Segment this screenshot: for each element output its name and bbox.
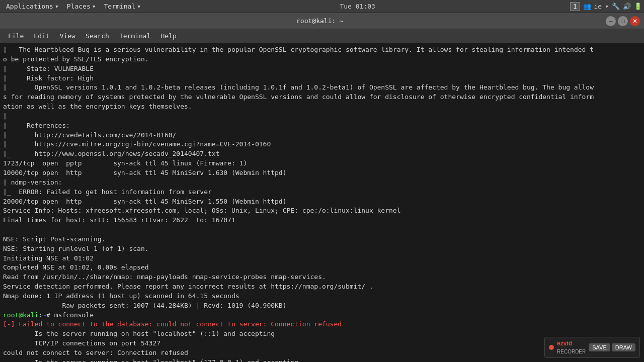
system-tray: 1 👥 ie ▾ 🔧 🔊 🔋 bbox=[570, 2, 642, 11]
minimize-button[interactable]: – bbox=[606, 16, 616, 26]
menu-edit[interactable]: Edit bbox=[29, 29, 54, 43]
record-indicator bbox=[549, 345, 554, 350]
menu-file[interactable]: File bbox=[3, 29, 29, 43]
system-clock: Tue 01:03 bbox=[145, 3, 570, 10]
term-line: | https://cve.mitre.org/cgi-bin/cvename.… bbox=[3, 140, 641, 149]
term-line: | bbox=[3, 112, 641, 121]
term-line: | http://cvedetails.com/cve/2014-0160/ bbox=[3, 131, 641, 140]
term-line: |_ ERROR: Failed to get host information… bbox=[3, 188, 641, 197]
ezvid-recorder: ezvid RECORDER SAVE DRAW bbox=[544, 337, 640, 358]
menu-search[interactable]: Search bbox=[80, 29, 114, 43]
term-line: | The Heartbleed Bug is a serious vulner… bbox=[3, 45, 641, 55]
applications-menu[interactable]: Applications ▾ bbox=[2, 0, 63, 13]
ezvid-sublabel: RECORDER bbox=[557, 348, 586, 356]
ezvid-save-button[interactable]: SAVE bbox=[589, 343, 610, 351]
term-line: Completed NSE at 01:02, 0.00s elapsed bbox=[3, 263, 641, 273]
ezvid-logo: ezvid bbox=[557, 339, 586, 348]
ezvid-draw-button[interactable]: DRAW bbox=[612, 343, 635, 351]
users-icon: 👥 bbox=[583, 3, 591, 10]
term-line: 20000/tcp open http syn-ack ttl 45 MiniS… bbox=[3, 197, 641, 207]
terminal-menu[interactable]: Terminal ▾ bbox=[100, 0, 145, 13]
term-line: | References: bbox=[3, 121, 641, 131]
term-line: ation as well as the encryption keys the… bbox=[3, 102, 641, 112]
menu-help[interactable]: Help bbox=[156, 29, 182, 43]
title-bar: root@kali: ~ – □ ✕ bbox=[0, 13, 644, 29]
ezvid-buttons: SAVE DRAW bbox=[589, 343, 635, 351]
window-controls: – □ ✕ bbox=[606, 16, 640, 26]
term-line: | ndmp-version: bbox=[3, 178, 641, 188]
term-line: Initiating NSE at 01:02 bbox=[3, 254, 641, 263]
applications-label: Applications bbox=[6, 3, 53, 10]
places-menu[interactable]: Places ▾ bbox=[63, 0, 100, 13]
term-line: NSE: Starting runlevel 1 (of 1) scan. bbox=[3, 244, 641, 254]
prompt-dir: ~ bbox=[42, 311, 46, 319]
menu-terminal[interactable]: Terminal bbox=[114, 29, 156, 43]
workspace-badge[interactable]: 1 bbox=[570, 2, 580, 11]
ezvid-info: ezvid RECORDER bbox=[557, 339, 586, 355]
term-line: 10000/tcp open http syn-ack ttl 45 MiniS… bbox=[3, 168, 641, 178]
term-line: Service Info: Hosts: xfreesoft.xfreesoft… bbox=[3, 206, 641, 216]
term-line: | State: VULNERABLE bbox=[3, 64, 641, 74]
menu-bar: File Edit View Search Terminal Help bbox=[0, 29, 644, 43]
volume-icon: 🔊 bbox=[623, 3, 631, 10]
term-line: s for reading memory of systems protecte… bbox=[3, 93, 641, 102]
term-line: Final times for host: srtt: 156583 rttva… bbox=[3, 216, 641, 225]
menu-view[interactable]: View bbox=[55, 29, 80, 43]
term-line: o be protected by SSL/TLS encryption. bbox=[3, 55, 641, 64]
terminal-chevron: ▾ bbox=[137, 3, 141, 10]
places-chevron: ▾ bbox=[92, 3, 96, 10]
terminal-area[interactable]: | The Heartbleed Bug is a serious vulner… bbox=[0, 43, 644, 362]
places-label: Places bbox=[67, 3, 91, 10]
term-line bbox=[3, 225, 641, 235]
term-line: |_ http://www.openssl.org/news/secadv_20… bbox=[3, 149, 641, 159]
window-title: root@kali: ~ bbox=[34, 17, 606, 25]
term-prompt-line: root@kali:~# msfconsole bbox=[3, 311, 641, 320]
prompt-dollar: # msfconsole bbox=[46, 311, 94, 319]
battery-icon: 🔋 bbox=[634, 3, 642, 10]
term-line: Nmap done: 1 IP address (1 host up) scan… bbox=[3, 292, 641, 301]
term-line: 1723/tcp open pptp syn-ack ttl 45 linux … bbox=[3, 159, 641, 168]
apps-chevron: ▾ bbox=[55, 3, 59, 10]
close-button[interactable]: ✕ bbox=[630, 16, 640, 26]
term-line: Service detection performed. Please repo… bbox=[3, 282, 641, 292]
term-line: NSE: Script Post-scanning. bbox=[3, 235, 641, 244]
maximize-button[interactable]: □ bbox=[618, 16, 628, 26]
term-line: | Risk factor: High bbox=[3, 74, 641, 83]
term-line: Read from /usr/bin/../share/nmap: nmap-p… bbox=[3, 273, 641, 282]
term-line: Raw packets sent: 1007 (44.284KB) | Rcvd… bbox=[3, 301, 641, 311]
term-line: Is the server running on host "localhost… bbox=[3, 358, 641, 362]
user-label: ie bbox=[594, 3, 602, 10]
term-line-error: [-] Failed to connect to the database: c… bbox=[3, 320, 641, 329]
prompt-user: root@kali bbox=[3, 311, 38, 319]
terminal-label: Terminal bbox=[104, 3, 136, 10]
user-chevron: ▾ bbox=[605, 3, 609, 10]
system-bar: Applications ▾ Places ▾ Terminal ▾ Tue 0… bbox=[0, 0, 644, 13]
term-line: | OpenSSL versions 1.0.1 and 1.0.2-beta … bbox=[3, 83, 641, 93]
network-icon: 🔧 bbox=[612, 3, 620, 10]
